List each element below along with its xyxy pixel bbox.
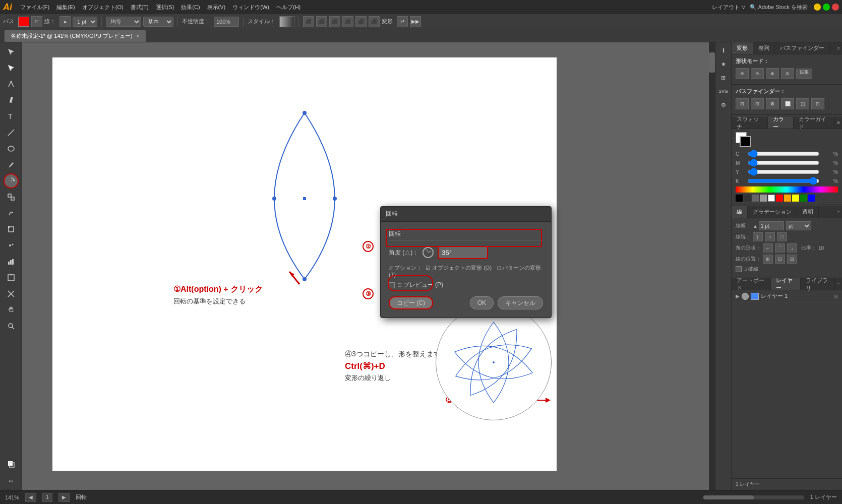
m-slider[interactable] — [748, 161, 819, 165]
layer-panel-menu[interactable]: ≡ — [835, 278, 842, 290]
tab-swatches[interactable]: スウォッチ — [732, 117, 768, 129]
swatch-red[interactable] — [776, 195, 783, 202]
tab-layers[interactable]: レイヤー — [771, 278, 801, 290]
free-transform-tool[interactable] — [4, 222, 19, 237]
tab-transparency[interactable]: 透明 — [797, 206, 819, 218]
panel-menu-icon[interactable]: ≡ — [835, 42, 842, 54]
exclude-icon[interactable]: ⊘ — [781, 68, 794, 79]
layer-visibility-icon[interactable] — [742, 293, 749, 300]
slice-tool[interactable] — [4, 286, 19, 301]
color-panel-menu[interactable]: ≡ — [835, 117, 842, 129]
c-slider[interactable] — [748, 152, 819, 156]
corner-miter-icon[interactable]: ⌐ — [763, 243, 773, 253]
minus-back-icon[interactable]: ⊟ — [811, 98, 824, 109]
zoom-down-btn[interactable]: ◀ — [25, 493, 36, 502]
ri-star-icon[interactable]: ★ — [717, 58, 730, 70]
menu-edit[interactable]: 編集(E) — [53, 3, 78, 12]
layer-target-icon[interactable]: ◎ — [834, 294, 838, 299]
pen-tool[interactable] — [4, 77, 19, 92]
corner-round-icon[interactable]: ⌒ — [775, 243, 785, 253]
stroke-inside-icon[interactable]: ⊡ — [775, 255, 785, 264]
hand-tool[interactable] — [4, 302, 19, 318]
stroke-panel-menu[interactable]: ≡ — [835, 206, 842, 218]
tab-color-guide[interactable]: カラーガイド — [794, 117, 835, 129]
tab-stroke[interactable]: 線 — [732, 206, 748, 218]
tab-transform[interactable]: 変形 — [732, 42, 753, 54]
corner-bevel-icon[interactable]: ⌟ — [787, 243, 797, 253]
artboard-tool[interactable] — [4, 270, 19, 285]
selection-tool[interactable] — [4, 44, 19, 59]
artboard[interactable]: ①Alt(option) + クリック 回転の基準を設定できる ④3つコピーし、… — [52, 57, 557, 471]
warp-tool[interactable] — [4, 206, 19, 221]
menu-window[interactable]: ウィンドウ(W) — [229, 3, 272, 12]
cap-square-icon[interactable]: □ — [777, 232, 787, 241]
ri-settings-icon[interactable]: ⚙ — [717, 99, 730, 111]
tab-artboards[interactable]: アートボード — [732, 278, 771, 290]
swatch-darkgray[interactable] — [744, 195, 751, 202]
menu-view[interactable]: 表示(V) — [204, 3, 229, 12]
menu-effect[interactable]: 効果(C) — [178, 3, 203, 12]
menu-object[interactable]: オブジェクト(O) — [79, 3, 127, 12]
swatch-orange[interactable] — [784, 195, 791, 202]
swatch-lightgray[interactable] — [760, 195, 767, 202]
stock-search[interactable]: 🔍 Adobe Stock を検索 — [750, 4, 808, 11]
crop-icon[interactable]: ⬜ — [781, 98, 794, 109]
transform-icon[interactable]: ⇄ — [397, 16, 408, 27]
tab-close-icon[interactable]: ✕ — [136, 33, 140, 39]
document-tab[interactable]: 名称未設定-1* @ 141% (CMYK/GPU プレビュー) ✕ — [4, 30, 146, 42]
preview-checkbox[interactable] — [389, 282, 395, 288]
stroke-weight-select[interactable]: 1 pt — [73, 17, 97, 27]
stroke-up-icon[interactable]: ▲ — [59, 16, 71, 27]
swatch-green[interactable] — [800, 195, 807, 202]
screen-mode-icon[interactable]: ▭ — [4, 473, 19, 488]
align-vcenter-icon[interactable]: ⬛ — [355, 16, 367, 27]
stroke-color-swatch[interactable] — [18, 17, 29, 27]
opacity-input[interactable] — [214, 17, 239, 27]
cap-round-icon[interactable]: ○ — [765, 232, 775, 241]
tab-color[interactable]: カラー — [768, 117, 794, 129]
type-tool[interactable]: T — [4, 109, 19, 124]
swatch-blue[interactable] — [808, 195, 815, 202]
divide-icon[interactable]: ⊞ — [736, 98, 749, 109]
menu-file[interactable]: ファイル(F) — [17, 3, 52, 12]
fill-stroke-icon[interactable] — [4, 457, 19, 472]
cancel-button[interactable]: キャンセル — [498, 296, 543, 309]
ok-button[interactable]: OK — [470, 296, 494, 309]
vertical-scrollbar[interactable] — [709, 42, 715, 490]
page-num[interactable]: 1 — [42, 493, 52, 502]
maximize-button[interactable] — [823, 4, 830, 11]
outline-icon[interactable]: ◫ — [796, 98, 809, 109]
swatch-white[interactable] — [768, 195, 775, 202]
more-icon[interactable]: ▶▶ — [410, 16, 421, 27]
minimize-button[interactable] — [814, 4, 821, 11]
tab-gradient[interactable]: グラデーション — [748, 206, 797, 218]
minus-front-icon[interactable]: ⊖ — [751, 68, 764, 79]
symbol-tool[interactable] — [4, 238, 19, 253]
copy-button[interactable]: コピー (C) — [389, 296, 433, 309]
stroke-unit-select[interactable]: pt — [786, 221, 811, 230]
zoom-tool[interactable] — [4, 319, 19, 334]
ri-svg-icon[interactable]: SVG — [717, 85, 730, 97]
tab-align[interactable]: 整列 — [753, 42, 775, 54]
line-style-select[interactable]: 均等 — [106, 17, 141, 27]
graph-tool[interactable] — [4, 254, 19, 269]
expand-button[interactable]: 拡張 — [796, 69, 812, 79]
menu-help[interactable]: ヘルプ(H) — [273, 3, 304, 12]
stroke-width-up-icon[interactable]: ▲ — [753, 223, 758, 229]
color-bar[interactable] — [736, 186, 838, 193]
style-swatch-icon[interactable] — [279, 16, 294, 27]
intersect-icon[interactable]: ⊗ — [766, 68, 779, 79]
unite-icon[interactable]: ⊕ — [736, 68, 749, 79]
knife-tool[interactable] — [4, 157, 19, 172]
scale-tool[interactable] — [4, 190, 19, 205]
canvas-area[interactable]: ①Alt(option) + クリック 回転の基準を設定できる ④3つコピーし、… — [22, 42, 715, 490]
swatch-black[interactable] — [736, 195, 743, 202]
layer-expand-icon[interactable]: ▶ — [736, 293, 740, 299]
stroke-square-icon[interactable]: □ — [31, 16, 42, 27]
rotate-tool[interactable] — [4, 173, 19, 188]
trim-icon[interactable]: ⊟ — [751, 98, 764, 109]
tab-library[interactable]: ライブラリ — [801, 278, 835, 290]
zoom-up-btn[interactable]: ▶ — [58, 493, 70, 502]
align-bottom-icon[interactable]: ⬛ — [369, 16, 380, 27]
tab-pathfinder[interactable]: パスファインダー — [775, 42, 830, 54]
